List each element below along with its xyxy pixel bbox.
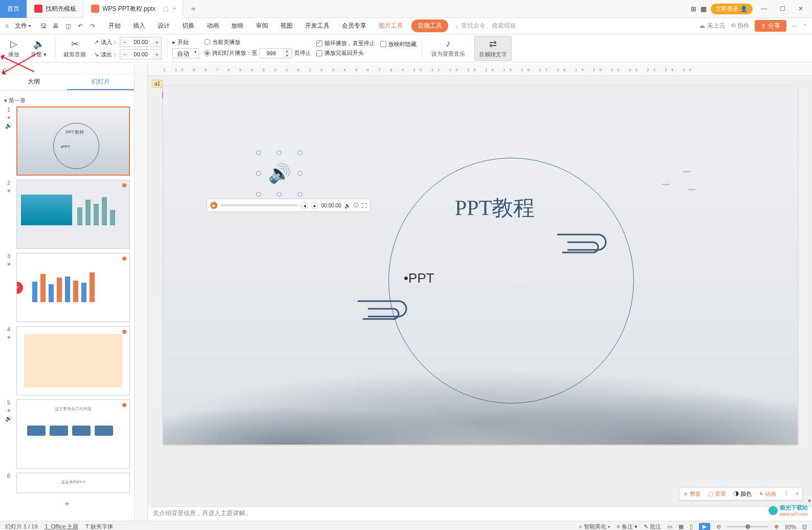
- qat-save-icon[interactable]: 🖫: [39, 22, 48, 31]
- share-button[interactable]: ⇧分享: [755, 20, 786, 32]
- audio-object[interactable]: 🔊: [258, 153, 300, 195]
- tab-templates[interactable]: 找稻壳模板: [27, 0, 84, 18]
- zoom-fit-icon[interactable]: ⊡: [802, 523, 807, 530]
- player-volume-icon[interactable]: 🔈: [344, 203, 350, 208]
- menu-picture-tools[interactable]: 图片工具: [375, 19, 407, 32]
- ribbon-set-bg-music[interactable]: ♪设为背景音乐: [427, 36, 469, 60]
- ribbon-audio-to-text[interactable]: ⇄音频转文字: [474, 36, 512, 61]
- float-next-icon[interactable]: ›: [796, 490, 798, 498]
- comment-tag[interactable]: a1: [152, 80, 163, 88]
- thumb-6[interactable]: 这是单列PPT: [16, 473, 130, 493]
- left-tab-outline[interactable]: 大纲: [0, 74, 67, 90]
- collab-button[interactable]: ⟲ 协作: [731, 22, 750, 30]
- float-more-icon[interactable]: ⋮: [783, 490, 789, 498]
- slide-canvas[interactable]: PPT教程 •PPT 〰 〰 〰 🔊 ▶: [163, 86, 798, 444]
- tab-options-icon[interactable]: ▢: [163, 5, 168, 12]
- player-prev-icon[interactable]: ◂: [301, 202, 308, 209]
- radio-cross-slide[interactable]: 跨幻灯片播放：至 999▴▾ 页停止: [204, 48, 311, 58]
- float-bg[interactable]: ▢ 背景: [708, 490, 726, 498]
- layout-icon[interactable]: ⊞: [691, 5, 696, 13]
- zoom-in-icon[interactable]: ⊕: [774, 523, 779, 530]
- player-info-icon[interactable]: ⓘ: [354, 202, 359, 209]
- float-anim[interactable]: ✦ 动画: [759, 490, 776, 498]
- view-slideshow-icon[interactable]: ▶: [699, 523, 710, 530]
- menu-start[interactable]: 开始: [104, 19, 125, 32]
- anim-icon: ★: [7, 261, 11, 267]
- anim-icon: ★: [7, 334, 11, 340]
- slide-subtitle[interactable]: •PPT: [404, 270, 434, 286]
- menu-design[interactable]: 设计: [153, 19, 174, 32]
- grid-icon[interactable]: ▦: [700, 5, 707, 13]
- menu-animation[interactable]: 动画: [203, 19, 223, 32]
- check-loop[interactable]: 循环播放，直至停止: [316, 39, 375, 47]
- notes-pane[interactable]: 先介绍背景信息，再进入主题讲解。: [148, 506, 812, 521]
- qat-print-icon[interactable]: 🖶: [51, 22, 60, 31]
- chapter-header[interactable]: ▾ 第一章: [4, 95, 130, 107]
- maximize-button[interactable]: ☐: [775, 2, 789, 16]
- play-icon: ▷: [10, 38, 17, 50]
- ribbon-play[interactable]: ▷播放: [5, 38, 23, 58]
- thumb-5[interactable]: 这主要有创工作内容: [16, 399, 130, 469]
- check-return[interactable]: 播放完返回开头: [316, 49, 375, 57]
- player-next-icon[interactable]: ▸: [311, 202, 318, 209]
- cloud-status[interactable]: ☁ 未上云: [699, 22, 725, 30]
- menu-dev[interactable]: 开发工具: [301, 19, 334, 32]
- status-notes-btn[interactable]: ≡ 备注 ▾: [617, 523, 638, 530]
- zoom-out-icon[interactable]: ⊖: [716, 523, 721, 530]
- radio-current-page[interactable]: 当前页播放: [204, 38, 311, 46]
- menu-slideshow[interactable]: 放映: [227, 19, 248, 32]
- thumb-3[interactable]: P: [16, 253, 130, 322]
- chevron-up-icon[interactable]: ⌃: [803, 23, 807, 29]
- tab-file[interactable]: WPS PPT教程.pptx ▢ •: [84, 0, 183, 18]
- status-beautify[interactable]: ⟡ 智能美化 ▾: [579, 523, 610, 530]
- menu-view[interactable]: 视图: [276, 19, 297, 32]
- status-font[interactable]: Ƭ 缺失字体: [85, 523, 113, 530]
- menu-transition[interactable]: 切换: [178, 19, 199, 32]
- qat-undo-icon[interactable]: ↶: [76, 22, 85, 31]
- view-sorter-icon[interactable]: ▦: [678, 523, 684, 530]
- ribbon-volume[interactable]: 🔈音量 ▾: [28, 38, 50, 58]
- tab-home[interactable]: 首页: [0, 0, 27, 18]
- status-comments-btn[interactable]: ✎ 批注: [644, 523, 661, 530]
- tab-add[interactable]: ＋: [183, 4, 204, 14]
- float-suite[interactable]: ⊕ 整套: [684, 490, 701, 498]
- thumb-4[interactable]: [16, 326, 130, 395]
- view-normal-icon[interactable]: ▭: [667, 523, 672, 530]
- cross-slide-spinner[interactable]: 999▴▾: [259, 48, 292, 58]
- qat-preview-icon[interactable]: ◫: [63, 22, 73, 31]
- player-expand-icon[interactable]: ⛶: [362, 203, 367, 208]
- menu-vip[interactable]: 会员专享: [338, 19, 370, 32]
- float-color[interactable]: ◑ 颜色: [733, 490, 752, 498]
- status-theme[interactable]: 1_Office 主题: [45, 523, 79, 530]
- player-track[interactable]: [221, 204, 298, 206]
- file-menu[interactable]: 文件▾: [11, 20, 35, 31]
- login-button[interactable]: 立即登录👤: [711, 4, 753, 14]
- start-select[interactable]: 自动▾: [172, 48, 199, 58]
- check-hide-show[interactable]: 放映时隐藏: [380, 40, 416, 48]
- trim-icon: ✂: [71, 38, 79, 50]
- minimize-button[interactable]: —: [757, 2, 771, 16]
- menu-icon[interactable]: ≡: [5, 23, 9, 30]
- menu-insert[interactable]: 插入: [129, 19, 149, 32]
- menu-audio-tools[interactable]: 音频工具: [411, 19, 448, 32]
- view-reading-icon[interactable]: ▯: [690, 523, 693, 530]
- thumb-1[interactable]: PPT教程 •PPT: [16, 107, 130, 176]
- close-button[interactable]: ✕: [794, 2, 808, 16]
- add-slide-button[interactable]: ＋: [4, 497, 130, 510]
- player-play-icon[interactable]: ▶: [210, 202, 217, 209]
- anim-icon: ★: [7, 408, 11, 413]
- audio-player[interactable]: ▶ ◂ ▸ 00:00.00 🔈 ⓘ ⛶: [207, 199, 370, 212]
- ribbon-trim[interactable]: ✂裁剪音频: [60, 38, 89, 58]
- qat-redo-icon[interactable]: ↷: [88, 22, 97, 31]
- fadeout-spinner[interactable]: −00.00＋: [120, 49, 162, 59]
- menu-review[interactable]: 审阅: [252, 19, 272, 32]
- more-icon[interactable]: ⋯: [792, 23, 798, 30]
- fadein-spinner[interactable]: −00.00＋: [120, 37, 162, 47]
- zoom-value[interactable]: 93%: [785, 524, 796, 530]
- scroll-down-icon[interactable]: ▾: [808, 497, 811, 504]
- search-input[interactable]: ⌕ 查找命令、搜索模板: [455, 22, 516, 30]
- thumb-2[interactable]: [16, 180, 130, 249]
- left-tab-slides[interactable]: 幻灯片: [67, 74, 134, 90]
- slide-title[interactable]: PPT教程: [455, 194, 535, 222]
- zoom-slider[interactable]: [727, 526, 768, 527]
